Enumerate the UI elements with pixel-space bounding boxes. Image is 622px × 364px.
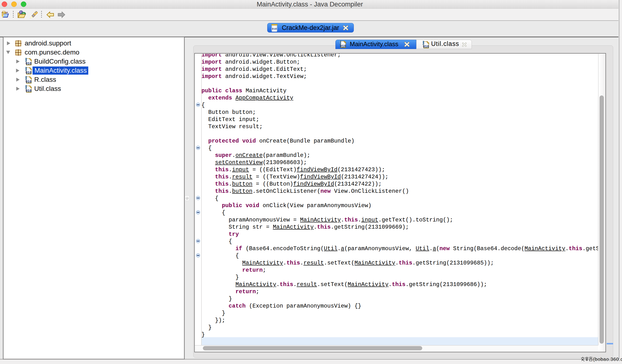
svg-text:010: 010 xyxy=(26,71,32,75)
svg-text:010: 010 xyxy=(26,89,32,93)
svg-text:010: 010 xyxy=(340,44,346,48)
svg-text:010: 010 xyxy=(26,62,32,66)
svg-text:010: 010 xyxy=(26,80,32,84)
svg-text:010: 010 xyxy=(272,27,277,30)
svg-text:010: 010 xyxy=(423,45,429,49)
